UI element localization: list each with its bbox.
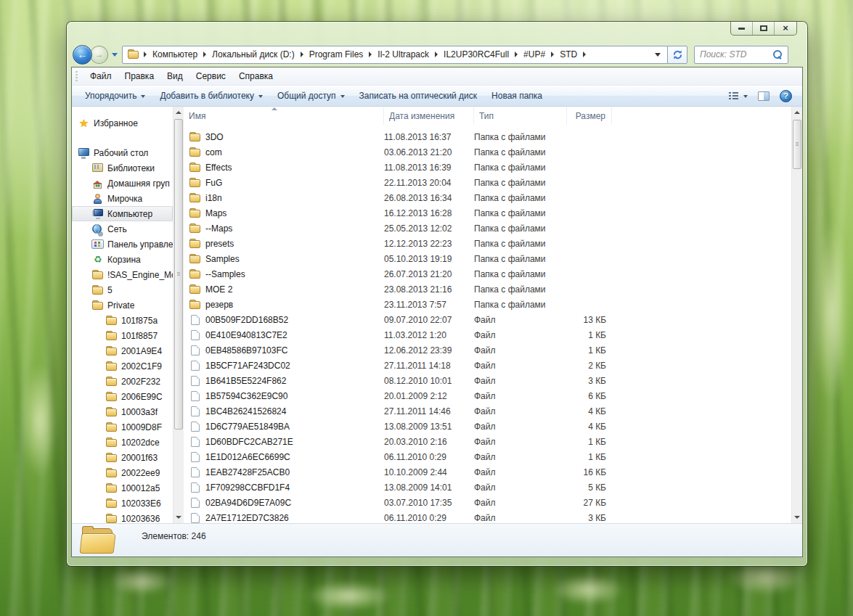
sidebar-item-рабочий-стол[interactable]: Рабочий стол [72, 145, 173, 160]
sidebar-item-панель-управле[interactable]: Панель управле [72, 237, 173, 252]
sidebar-item-5[interactable]: 5 [72, 282, 173, 297]
forward-button[interactable]: → [90, 46, 108, 64]
help-button[interactable]: ? [780, 90, 792, 102]
sidebar-item-2002f232[interactable]: 2002F232 [72, 374, 173, 389]
sidebar-item-20001f63[interactable]: 20001f63 [72, 450, 173, 465]
breadcrumb-segment-program-files[interactable]: Program Files [306, 48, 367, 61]
breadcrumb-segment-il-2-ultrapack[interactable]: Il-2 Ultrapack [375, 48, 432, 61]
sidebar-item-10003a3f[interactable]: 10003a3f [72, 404, 173, 419]
menu-item-файл[interactable]: Файл [83, 69, 118, 83]
column-header-name[interactable]: Имя [184, 107, 384, 125]
file-row-1eab27428f25acb0[interactable]: 1EAB27428F25ACB010.10.2009 2:44Файл16 КБ [184, 464, 791, 480]
sidebar-item-private[interactable]: Private [72, 297, 173, 313]
toolbar-button-общий-доступ[interactable]: Общий доступ [270, 88, 352, 104]
sidebar-item-сеть[interactable]: Сеть [72, 221, 173, 237]
file-row-presets[interactable]: presets12.12.2013 22:23Папка с файлами [184, 236, 791, 251]
file-row-fug[interactable]: FuG22.11.2013 20:04Папка с файлами [184, 175, 791, 190]
sidebar-item-10009d8f[interactable]: 10009D8F [72, 419, 173, 435]
sidebar-item-10202dce[interactable]: 10202dce [72, 435, 173, 450]
column-header-date[interactable]: Дата изменения [384, 107, 474, 125]
menu-item-вид[interactable]: Вид [160, 69, 189, 83]
title-bar[interactable]: × [67, 22, 807, 42]
sidebar-item-20022ee9[interactable]: 20022ee9 [72, 465, 173, 480]
column-header-type[interactable]: Тип [474, 107, 567, 125]
breadcrumb-segment-std[interactable]: STD [557, 48, 580, 61]
scroll-up-button[interactable] [792, 107, 802, 118]
file-icon [189, 421, 201, 432]
file-row-i18n[interactable]: i18n26.08.2013 16:34Папка с файлами [184, 190, 791, 205]
maximize-icon [760, 25, 767, 31]
breadcrumb-segment-компьютер[interactable]: Компьютер [150, 48, 200, 61]
column-header-size[interactable]: Размер [567, 107, 612, 125]
sidebar-scrollbar[interactable] [173, 107, 184, 523]
file-row-1b57594c362e9c90[interactable]: 1B57594C362E9C9020.01.2009 2:12Файл6 КБ [184, 388, 791, 403]
breadcrumb-segment-локальный-диск-d[interactable]: Локальный диск (D:) [209, 48, 298, 61]
file-row-резерв[interactable]: резерв23.11.2013 7:57Папка с файлами [184, 297, 791, 312]
sidebar-item-компьютер[interactable]: Компьютер [72, 206, 173, 221]
address-dropdown-icon[interactable] [655, 53, 661, 57]
back-button[interactable]: ← [73, 45, 92, 65]
sidebar-item-мирочка[interactable]: Мирочка [72, 191, 173, 206]
sidebar-item-библиотеки[interactable]: Библиотеки [72, 160, 173, 176]
sidebar-item-100012a5[interactable]: 100012a5 [72, 480, 173, 496]
file-row-samples[interactable]: --Samples26.07.2013 21:20Папка с файлами [184, 266, 791, 282]
menu-item-сервис[interactable]: Сервис [189, 69, 232, 83]
file-row-02ba94d6d9e7a09c[interactable]: 02BA94D6D9E7A09C03.07.2010 17:35Файл27 К… [184, 495, 791, 510]
file-row-1bc4b26241526824[interactable]: 1BC4B2624152682427.11.2011 14:46Файл4 КБ [184, 403, 791, 419]
file-row-moe-2[interactable]: MOE 223.08.2013 21:16Папка с файлами [184, 282, 791, 297]
scroll-up-button[interactable] [174, 107, 184, 118]
sidebar-item-2001a9e4[interactable]: 2001A9E4 [72, 343, 173, 358]
toolbar-button-новая-папка[interactable]: Новая папка [484, 88, 550, 104]
chevron-down-icon [141, 95, 145, 98]
file-row-1e1d012a6ec6699c[interactable]: 1E1D012A6EC6699C06.11.2010 0:29Файл1 КБ [184, 449, 791, 464]
file-name: i18n [205, 193, 222, 203]
sidebar-item-домашняя-груп[interactable]: Домашняя груп [72, 176, 173, 191]
file-row-1b641b5e5224f862[interactable]: 1B641B5E5224F86208.12.2010 10:01Файл3 КБ [184, 373, 791, 388]
file-row-1d6c779ae51849ba[interactable]: 1D6C779AE51849BA13.08.2009 13:51Файл4 КБ [184, 419, 791, 434]
sidebar-item-102033e6[interactable]: 102033E6 [72, 496, 173, 511]
file-row-maps[interactable]: Maps16.12.2013 16:28Папка с файлами [184, 205, 791, 221]
file-row-2a7e1712ed7c3826[interactable]: 2A7E1712ED7C382606.11.2010 0:29Файл3 КБ [184, 510, 791, 523]
change-view-button[interactable] [728, 91, 748, 100]
breadcrumb-segment-il2up30rc4full[interactable]: IL2UP30RC4Full [441, 48, 512, 61]
file-row-1f709298ccbfd1f4[interactable]: 1F709298CCBFD1F413.08.2009 14:01Файл5 КБ [184, 480, 791, 495]
search-icon[interactable] [773, 50, 783, 59]
file-row-1d60bdfc2cab271e[interactable]: 1D60BDFC2CAB271E20.03.2010 2:16Файл1 КБ [184, 434, 791, 449]
scroll-down-button[interactable] [792, 512, 802, 523]
file-row-effects[interactable]: Effects11.08.2013 16:39Папка с файлами [184, 160, 791, 175]
close-button[interactable]: × [775, 22, 796, 35]
file-row-maps[interactable]: --Maps25.05.2013 12:02Папка с файлами [184, 221, 791, 236]
sidebar-item-2002c1f9[interactable]: 2002C1F9 [72, 358, 173, 374]
scroll-down-button[interactable] [174, 512, 184, 523]
breadcrumb-segment-up[interactable]: #UP# [521, 48, 548, 61]
maximize-button[interactable] [753, 22, 775, 35]
scrollbar-thumb[interactable] [793, 120, 801, 169]
sidebar-item-101f875a[interactable]: 101f875a [72, 313, 173, 328]
minimize-button[interactable] [731, 22, 753, 35]
file-row-com[interactable]: com03.06.2013 21:20Папка с файлами [184, 144, 791, 160]
menu-item-правка[interactable]: Правка [118, 69, 161, 83]
sidebar-item-sas-engine-mo[interactable]: !SAS_Engine_Mo [72, 267, 173, 282]
file-row-samples[interactable]: Samples05.10.2013 19:19Папка с файлами [184, 251, 791, 266]
toolbar-button-добавить-в-библиотеку[interactable]: Добавить в библиотеку [152, 88, 270, 104]
file-row-00b509f2dd168b52[interactable]: 00B509F2DD168B5209.07.2010 22:07Файл13 К… [184, 312, 791, 327]
file-row-0e410e940813c7e2[interactable]: 0E410E940813C7E211.03.2012 1:20Файл1 КБ [184, 327, 791, 342]
sidebar-item-2006e99c[interactable]: 2006E99C [72, 389, 173, 404]
file-row-0eb48586b97103fc[interactable]: 0EB48586B97103FC12.06.2012 23:39Файл1 КБ [184, 342, 791, 358]
sidebar-item-101f8857[interactable]: 101f8857 [72, 328, 173, 343]
address-bar[interactable]: КомпьютерЛокальный диск (D:)Program File… [122, 46, 668, 64]
search-input[interactable]: Поиск: STD [694, 46, 788, 64]
refresh-button[interactable] [667, 46, 687, 64]
preview-pane-button[interactable] [758, 91, 770, 101]
menu-item-справка[interactable]: Справка [232, 69, 279, 83]
scrollbar-thumb[interactable] [174, 119, 183, 430]
recent-pages-dropdown[interactable] [112, 53, 118, 57]
file-row-3do[interactable]: 3DO11.08.2013 16:37Папка с файлами [184, 129, 791, 144]
toolbar-button-записать-на-оптический-диск[interactable]: Записать на оптический диск [352, 88, 485, 104]
sidebar-item-избранное[interactable]: ★Избранное [72, 115, 173, 131]
file-list-scrollbar[interactable] [791, 107, 802, 523]
file-row-1b5cf71af243dc02[interactable]: 1B5CF71AF243DC0227.11.2011 14:18Файл2 КБ [184, 358, 791, 373]
sidebar-item-10203636[interactable]: 10203636 [72, 511, 173, 523]
sidebar-item-корзина[interactable]: ♻Корзина [72, 252, 173, 267]
toolbar-button-упорядочить[interactable]: Упорядочить [78, 88, 152, 104]
